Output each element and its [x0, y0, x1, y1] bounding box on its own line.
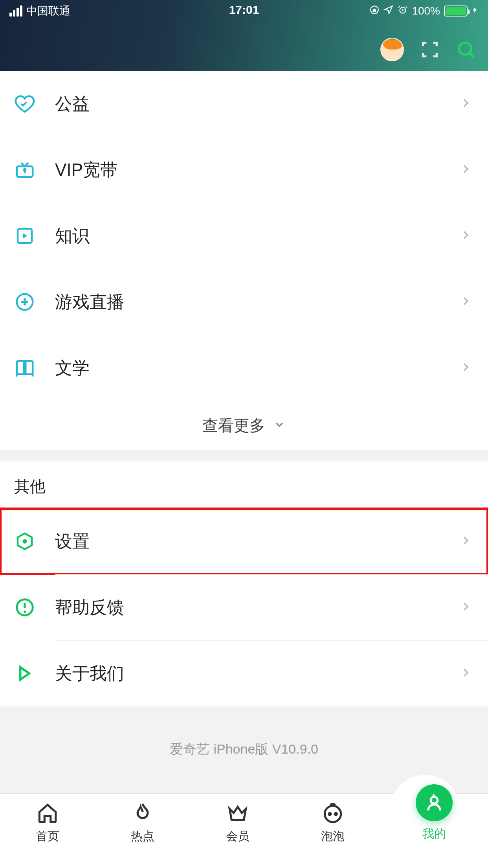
charging-icon [471, 4, 479, 18]
row-label: 关于我们 [55, 662, 460, 685]
row-literature[interactable]: 文学 [0, 335, 488, 401]
chevron-right-icon [460, 97, 471, 110]
clock-label: 17:01 [229, 3, 259, 17]
carrier-label: 中国联通 [26, 4, 70, 18]
heart-icon [14, 93, 55, 114]
status-bar: 中国联通 17:01 100% [0, 0, 488, 22]
row-label: 设置 [55, 530, 460, 553]
svg-rect-2 [373, 10, 376, 12]
tab-label: 我的 [422, 826, 446, 842]
book-icon [14, 357, 55, 379]
tab-label: 会员 [226, 828, 250, 844]
avatar[interactable] [380, 38, 404, 61]
row-label: 游戏直播 [55, 291, 460, 314]
svg-point-9 [22, 539, 27, 543]
tab-paopao[interactable]: 泡泡 [321, 801, 345, 844]
others-section: 其他 设置 帮助反馈 关于我们 [0, 462, 488, 706]
chevron-down-icon [273, 417, 286, 434]
row-label: 文学 [55, 357, 460, 380]
chevron-right-icon [460, 229, 471, 243]
svg-point-4 [459, 43, 471, 55]
tab-vip[interactable]: 会员 [226, 801, 250, 844]
svg-point-11 [24, 611, 26, 613]
services-section: 公益 VIP宽带 知识 游戏直播 文学 查看更多 [0, 71, 488, 450]
row-settings[interactable]: 设置 [0, 508, 488, 574]
row-knowledge[interactable]: 知识 [0, 203, 488, 269]
row-label: VIP宽带 [55, 158, 460, 182]
battery-pct-label: 100% [412, 5, 440, 17]
row-charity[interactable]: 公益 [0, 71, 488, 137]
tv-box-icon [14, 159, 55, 180]
svg-point-12 [325, 806, 341, 822]
svg-point-15 [431, 797, 437, 804]
row-help-feedback[interactable]: 帮助反馈 [0, 574, 488, 640]
signal-icon [9, 6, 22, 17]
section-title: 其他 [0, 462, 488, 508]
svg-point-13 [329, 813, 331, 815]
tab-home[interactable]: 首页 [35, 801, 60, 844]
tab-hot[interactable]: 热点 [130, 801, 155, 844]
lock-rotation-icon [369, 5, 380, 18]
about-icon [14, 663, 55, 684]
tab-label: 泡泡 [321, 828, 345, 844]
profile-icon [416, 784, 453, 821]
play-square-icon [14, 225, 55, 246]
settings-icon [14, 531, 55, 552]
tab-label: 首页 [36, 828, 59, 844]
chevron-right-icon [460, 295, 471, 309]
help-icon [14, 597, 55, 618]
search-icon[interactable] [456, 39, 476, 60]
chevron-right-icon [460, 361, 471, 375]
row-label: 帮助反馈 [55, 596, 460, 619]
row-label: 知识 [55, 224, 460, 248]
header: 中国联通 17:01 100% [0, 0, 488, 71]
tab-mine[interactable]: 我的 [416, 784, 453, 842]
tab-label: 热点 [131, 828, 154, 844]
svg-point-14 [335, 813, 337, 815]
battery-icon [444, 6, 468, 17]
row-about[interactable]: 关于我们 [0, 640, 488, 706]
scan-icon[interactable] [420, 39, 440, 60]
chevron-right-icon [460, 163, 471, 177]
chevron-right-icon [460, 667, 471, 680]
alarm-icon [398, 5, 408, 18]
see-more-label: 查看更多 [202, 415, 265, 436]
svg-point-6 [24, 169, 26, 171]
row-game-live[interactable]: 游戏直播 [0, 269, 488, 335]
game-live-icon [14, 291, 55, 313]
row-vip-broadband[interactable]: VIP宽带 [0, 137, 488, 203]
see-more-button[interactable]: 查看更多 [0, 401, 488, 450]
row-label: 公益 [55, 92, 460, 116]
location-icon [383, 5, 394, 18]
chevron-right-icon [460, 601, 471, 614]
chevron-right-icon [460, 535, 471, 548]
tab-bar: 首页 热点 会员 泡泡 我的 [0, 793, 488, 868]
